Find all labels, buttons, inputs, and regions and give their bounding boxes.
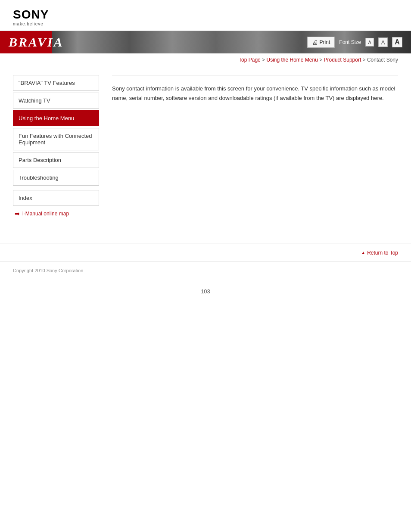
content-body: Sony contact information is available fr… <box>112 84 398 103</box>
breadcrumb-top-page[interactable]: Top Page <box>239 57 261 63</box>
content-area: Sony contact information is available fr… <box>103 66 411 226</box>
imanual-map-label: i-Manual online map <box>22 211 69 217</box>
font-size-large-button[interactable]: A <box>392 37 402 47</box>
content-divider <box>112 75 398 75</box>
sony-logo: SONY make.believe <box>13 8 398 26</box>
sidebar-item-home-menu[interactable]: Using the Home Menu <box>13 110 99 126</box>
sony-logo-text: SONY <box>13 8 398 22</box>
triangle-up-icon: ▲ <box>361 250 365 255</box>
sidebar-item-bravia-features[interactable]: "BRAVIA" TV Features <box>13 75 99 91</box>
sidebar-item-watching-tv[interactable]: Watching TV <box>13 93 99 109</box>
sidebar: "BRAVIA" TV Features Watching TV Using t… <box>0 66 103 226</box>
font-size-small-button[interactable]: A <box>365 38 374 47</box>
arrow-right-icon: ➡ <box>15 210 20 217</box>
bravia-banner: BRAVIA 🖨 Print Font Size A A A <box>0 31 411 53</box>
imanual-map-link[interactable]: ➡ i-Manual online map <box>13 210 99 217</box>
print-icon: 🖨 <box>312 39 318 46</box>
breadcrumb-home-menu[interactable]: Using the Home Menu <box>266 57 318 63</box>
breadcrumb-current: Contact Sony <box>367 57 398 63</box>
return-to-top-link[interactable]: ▲ Return to Top <box>361 250 398 256</box>
copyright-text: Copyright 2010 Sony Corporation <box>13 268 83 273</box>
sidebar-item-troubleshooting[interactable]: Troubleshooting <box>13 170 99 186</box>
font-size-label: Font Size <box>339 39 361 45</box>
print-button[interactable]: 🖨 Print <box>307 37 335 48</box>
font-size-medium-button[interactable]: A <box>378 37 388 47</box>
bravia-title: BRAVIA <box>9 35 64 50</box>
page-number: 103 <box>0 280 411 303</box>
header: SONY make.believe <box>0 0 411 31</box>
return-to-top-bar: ▲ Return to Top <box>0 243 411 261</box>
banner-controls: 🖨 Print Font Size A A A <box>307 37 402 48</box>
main-layout: "BRAVIA" TV Features Watching TV Using t… <box>0 66 411 234</box>
sidebar-item-fun-features[interactable]: Fun Features with Connected Equipment <box>13 128 99 150</box>
sidebar-item-index[interactable]: Index <box>13 190 99 206</box>
footer: Copyright 2010 Sony Corporation <box>0 261 411 280</box>
breadcrumb-product-support[interactable]: Product Support <box>324 57 361 63</box>
breadcrumb: Top Page > Using the Home Menu > Product… <box>0 53 411 66</box>
sidebar-item-parts-description[interactable]: Parts Description <box>13 152 99 168</box>
sony-tagline: make.believe <box>13 22 398 26</box>
